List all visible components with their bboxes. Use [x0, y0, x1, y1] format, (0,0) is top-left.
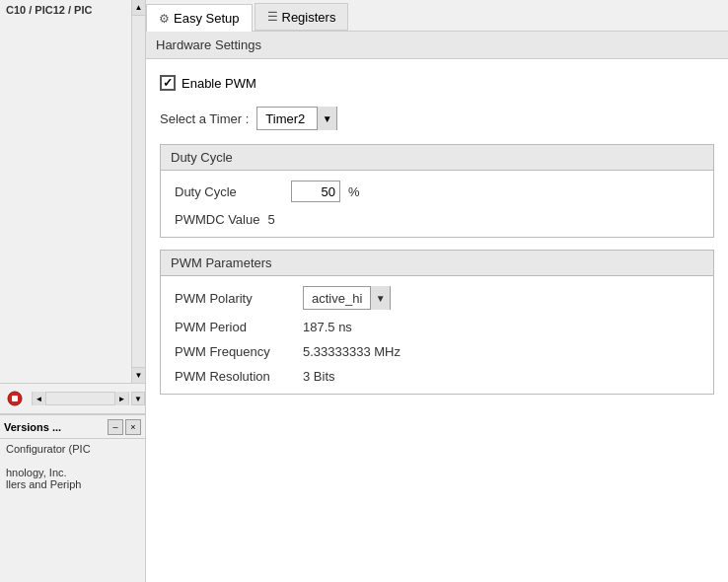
- timer-select-arrow[interactable]: ▼: [317, 107, 336, 130]
- pwm-frequency-label: PWM Frequency: [175, 344, 303, 359]
- dropdown-arrow-button[interactable]: ▼: [131, 392, 145, 405]
- sidebar-bottom-title: Versions ...: [4, 421, 61, 433]
- tab-easy-setup[interactable]: ⚙ Easy Setup: [146, 4, 253, 32]
- scroll-right-button[interactable]: ►: [114, 392, 128, 405]
- duty-cycle-unit: %: [348, 184, 360, 199]
- duty-cycle-group: Duty Cycle Duty Cycle % PWMDC Value 5: [160, 144, 714, 238]
- timer-select-value: Timer2: [257, 111, 317, 126]
- pwm-resolution-value: 3 Bits: [303, 369, 335, 384]
- gear-icon: ⚙: [159, 12, 170, 26]
- pwm-parameters-title: PWM Parameters: [161, 251, 713, 276]
- scroll-track: [132, 16, 145, 367]
- pwm-period-value: 187.5 ns: [303, 320, 352, 334]
- tab-easy-setup-label: Easy Setup: [174, 11, 240, 26]
- sidebar-bottom-header: Versions ... – ×: [0, 415, 145, 439]
- duty-cycle-content: Duty Cycle % PWMDC Value 5: [161, 171, 713, 237]
- polarity-select-box[interactable]: active_hi ▼: [303, 286, 391, 310]
- sidebar-bottom-content: Configurator (PIC hnology, Inc. llers an…: [0, 439, 145, 582]
- bottom-line-2: [6, 455, 139, 467]
- hardware-settings-header: Hardware Settings: [146, 32, 728, 59]
- sidebar-top-label: C10 / PIC12 / PIC: [0, 0, 145, 20]
- pwm-period-row: PWM Period 187.5 ns: [175, 320, 699, 334]
- close-button[interactable]: ×: [125, 419, 141, 435]
- dropdown-arrow-icon: ▼: [323, 113, 332, 124]
- list-icon: ☰: [267, 10, 278, 24]
- tab-bar: ⚙ Easy Setup ☰ Registers: [146, 0, 728, 32]
- pwm-period-label: PWM Period: [175, 320, 303, 334]
- pwm-polarity-row: PWM Polarity active_hi ▼: [175, 286, 699, 310]
- polarity-select-arrow[interactable]: ▼: [370, 286, 390, 310]
- pwmdc-label: PWMDC Value: [175, 212, 259, 227]
- duty-cycle-input-row: Duty Cycle %: [175, 181, 699, 202]
- pwm-frequency-row: PWM Frequency 5.33333333 MHz: [175, 344, 699, 359]
- content-area: Enable PWM Select a Timer : Timer2 ▼ Dut…: [146, 59, 728, 404]
- pwmdc-row: PWMDC Value 5: [175, 212, 699, 227]
- tab-registers[interactable]: ☰ Registers: [255, 3, 349, 31]
- timer-select-label: Select a Timer :: [160, 111, 249, 126]
- timer-select-box[interactable]: Timer2 ▼: [256, 107, 337, 130]
- pwm-resolution-label: PWM Resolution: [175, 369, 303, 384]
- sidebar-middle-row: ◄ ► ▼: [0, 383, 145, 414]
- pwmdc-value: 5: [267, 212, 274, 227]
- enable-pwm-label: Enable PWM: [182, 76, 256, 91]
- pwm-frequency-value: 5.33333333 MHz: [303, 344, 400, 359]
- scroll-up-button[interactable]: ▲: [132, 0, 145, 16]
- pwm-polarity-label: PWM Polarity: [175, 291, 303, 306]
- scroll-down-button[interactable]: ▼: [132, 367, 145, 383]
- enable-pwm-row: Enable PWM: [160, 69, 714, 97]
- pwm-resolution-row: PWM Resolution 3 Bits: [175, 369, 699, 384]
- duty-cycle-title: Duty Cycle: [161, 145, 713, 171]
- polarity-select-value: active_hi: [304, 291, 370, 306]
- polarity-dropdown-arrow-icon: ▼: [376, 293, 386, 304]
- svg-rect-1: [12, 396, 18, 401]
- sidebar-vertical-scrollbar: ▲ ▼: [131, 0, 145, 383]
- tab-registers-label: Registers: [282, 10, 336, 25]
- duty-cycle-label: Duty Cycle: [175, 184, 283, 199]
- bottom-line-4: llers and Periph: [6, 478, 139, 490]
- minimize-button[interactable]: –: [108, 419, 123, 435]
- main-content: Enable PWM Select a Timer : Timer2 ▼ Dut…: [146, 59, 728, 582]
- pwm-parameters-content: PWM Polarity active_hi ▼ PWM Period 187.…: [161, 276, 713, 394]
- sidebar-top-section: C10 / PIC12 / PIC ▲ ▼: [0, 0, 145, 383]
- horizontal-scrollbar: ◄ ►: [32, 392, 129, 405]
- stop-icon[interactable]: [4, 388, 26, 409]
- duty-cycle-input[interactable]: [291, 181, 340, 202]
- bottom-line-1: Configurator (PIC: [6, 443, 139, 455]
- sidebar: C10 / PIC12 / PIC ▲ ▼ ◄ ► ▼ Versions ...…: [0, 0, 146, 582]
- main-panel: ⚙ Easy Setup ☰ Registers Hardware Settin…: [146, 0, 728, 582]
- sidebar-bottom-section: Versions ... – × Configurator (PIC hnolo…: [0, 414, 145, 582]
- sidebar-bottom-buttons: – ×: [108, 419, 141, 435]
- scroll-left-button[interactable]: ◄: [33, 392, 46, 405]
- pwm-parameters-group: PWM Parameters PWM Polarity active_hi ▼: [160, 250, 714, 395]
- bottom-line-3: hnology, Inc.: [6, 467, 139, 478]
- timer-select-row: Select a Timer : Timer2 ▼: [160, 105, 714, 132]
- enable-pwm-checkbox[interactable]: [160, 75, 176, 91]
